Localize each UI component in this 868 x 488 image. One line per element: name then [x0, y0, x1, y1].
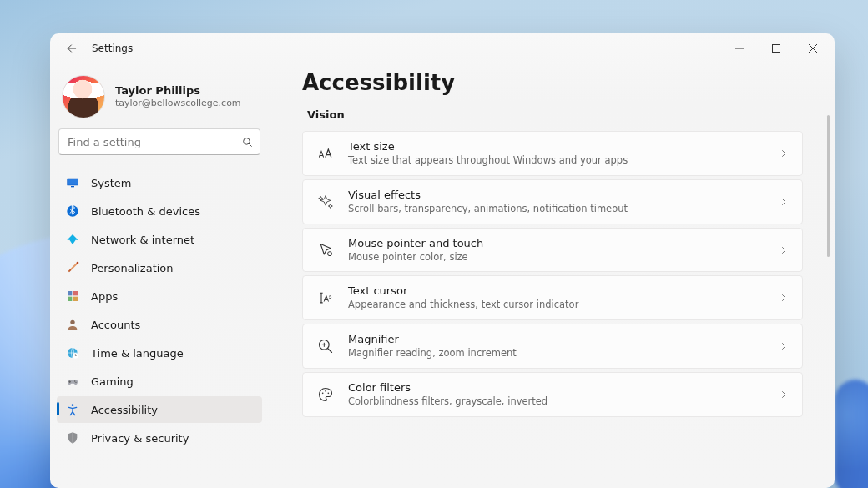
card-desc: Magnifier reading, zoom increment — [348, 347, 765, 360]
text-cursor-icon — [316, 289, 335, 307]
nav: System Bluetooth & devices Network & int… — [57, 169, 262, 452]
wifi-icon — [65, 232, 80, 247]
sidebar-item-label: Network & internet — [91, 234, 194, 246]
text-size-icon — [316, 144, 335, 163]
chevron-right-icon — [779, 148, 789, 158]
svg-point-21 — [328, 393, 330, 395]
sidebar-item-privacy[interactable]: Privacy & security — [57, 425, 262, 451]
close-icon — [809, 44, 817, 53]
card-text-size[interactable]: Text size Text size that appears through… — [302, 131, 803, 176]
svg-point-19 — [322, 393, 324, 395]
scrollbar-thumb[interactable] — [827, 115, 830, 257]
sidebar-item-label: Gaming — [91, 375, 134, 388]
chevron-right-icon — [779, 197, 789, 207]
main-content: Accessibility Vision Text size Text size… — [269, 63, 835, 488]
sidebar-item-bluetooth[interactable]: Bluetooth & devices — [57, 198, 262, 224]
svg-point-17 — [328, 251, 332, 255]
cursor-icon — [316, 241, 335, 259]
search-field[interactable] — [66, 135, 241, 149]
settings-window: Settings Taylor Phillips taylor@bellowsc… — [50, 33, 835, 488]
sparkle-icon — [316, 193, 335, 211]
sidebar-item-system[interactable]: System — [57, 169, 262, 196]
card-desc: Appearance and thickness, text cursor in… — [348, 299, 765, 311]
svg-rect-8 — [73, 291, 78, 295]
svg-point-16 — [72, 404, 74, 406]
sidebar-item-label: Personalization — [91, 262, 174, 274]
sidebar: Taylor Phillips taylor@bellowscollege.co… — [50, 63, 269, 488]
sidebar-item-label: Accessibility — [91, 404, 158, 416]
svg-rect-0 — [773, 45, 780, 53]
svg-point-5 — [67, 205, 78, 216]
chevron-right-icon — [779, 341, 789, 351]
shield-icon — [65, 430, 80, 445]
sidebar-item-accessibility[interactable]: Accessibility — [57, 396, 262, 423]
svg-point-15 — [75, 382, 76, 383]
card-title: Magnifier — [348, 333, 765, 347]
sidebar-item-label: Apps — [91, 290, 118, 303]
svg-rect-9 — [68, 297, 72, 301]
arrow-left-icon — [66, 43, 78, 54]
person-icon — [65, 317, 80, 332]
chevron-right-icon — [779, 245, 789, 255]
card-text-cursor[interactable]: Text cursor Appearance and thickness, te… — [302, 275, 803, 320]
sidebar-item-label: Accounts — [91, 319, 140, 331]
sidebar-item-network[interactable]: Network & internet — [57, 226, 262, 253]
svg-point-20 — [325, 390, 326, 392]
close-button[interactable] — [795, 35, 831, 62]
card-desc: Mouse pointer color, size — [348, 251, 765, 264]
sidebar-item-personalization[interactable]: Personalization — [57, 254, 262, 281]
sidebar-item-time-language[interactable]: Time & language — [57, 340, 262, 366]
card-mouse-pointer[interactable]: Mouse pointer and touch Mouse pointer co… — [302, 228, 803, 273]
back-button[interactable] — [62, 38, 82, 58]
sidebar-item-label: Bluetooth & devices — [91, 205, 200, 218]
card-visual-effects[interactable]: Visual effects Scroll bars, transparency… — [302, 179, 803, 224]
user-email: taylor@bellowscollege.com — [115, 98, 241, 109]
page-title: Accessibility — [302, 70, 818, 95]
card-desc: Text size that appears throughout Window… — [348, 154, 765, 167]
maximize-button[interactable] — [758, 35, 795, 62]
svg-rect-3 — [68, 179, 78, 184]
chevron-right-icon — [779, 390, 789, 400]
sidebar-item-label: Privacy & security — [91, 432, 189, 445]
card-desc: Colorblindness filters, grayscale, inver… — [348, 395, 765, 408]
sidebar-item-apps[interactable]: Apps — [57, 283, 262, 309]
card-title: Mouse pointer and touch — [348, 237, 765, 251]
sidebar-item-label: System — [91, 177, 131, 189]
svg-rect-7 — [68, 291, 72, 295]
card-color-filters[interactable]: Color filters Colorblindness filters, gr… — [302, 372, 803, 417]
svg-rect-4 — [71, 186, 74, 187]
card-title: Color filters — [348, 381, 765, 395]
monitor-icon — [65, 175, 80, 190]
search-icon — [241, 136, 253, 148]
palette-icon — [316, 385, 335, 404]
svg-point-6 — [77, 262, 79, 264]
titlebar: Settings — [50, 33, 835, 63]
svg-point-14 — [74, 380, 75, 381]
card-title: Visual effects — [348, 189, 765, 203]
user-block[interactable]: Taylor Phillips taylor@bellowscollege.co… — [57, 70, 262, 128]
sidebar-item-label: Time & language — [91, 347, 184, 360]
bluetooth-icon — [65, 204, 80, 219]
minimize-button[interactable] — [721, 35, 758, 62]
magnifier-icon — [316, 337, 335, 355]
gamepad-icon — [65, 374, 80, 389]
section-title: Vision — [307, 108, 818, 121]
sidebar-item-gaming[interactable]: Gaming — [57, 368, 262, 395]
settings-list: Text size Text size that appears through… — [302, 131, 818, 417]
apps-icon — [65, 289, 80, 304]
card-title: Text size — [348, 140, 765, 154]
maximize-icon — [772, 44, 780, 53]
user-name: Taylor Phillips — [115, 84, 241, 98]
minimize-icon — [735, 44, 744, 53]
card-title: Text cursor — [348, 284, 765, 299]
globe-clock-icon — [65, 345, 80, 360]
card-desc: Scroll bars, transparency, animations, n… — [348, 203, 765, 215]
app-title: Settings — [92, 43, 133, 54]
sidebar-item-accounts[interactable]: Accounts — [57, 311, 262, 338]
svg-rect-10 — [73, 297, 78, 301]
chevron-right-icon — [779, 293, 789, 303]
search-input[interactable] — [58, 128, 260, 155]
avatar — [62, 75, 105, 118]
svg-point-11 — [70, 320, 74, 324]
card-magnifier[interactable]: Magnifier Magnifier reading, zoom increm… — [302, 324, 803, 369]
